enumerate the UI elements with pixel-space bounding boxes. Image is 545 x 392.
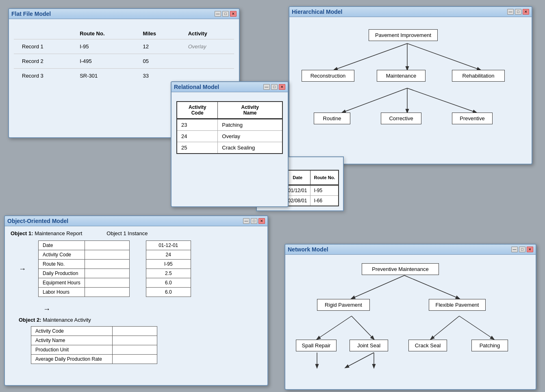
svg-line-8 xyxy=(317,316,352,339)
minimize-button[interactable]: — xyxy=(243,218,250,224)
close-button[interactable]: ✕ xyxy=(279,84,285,90)
hierarchical-titlebar: Hierarchical Model — □ ✕ xyxy=(289,7,532,17)
network-rigid-node: Rigid Pavement xyxy=(317,299,370,311)
tree-node-rehabilitation: Rehabilitation xyxy=(452,70,505,82)
maximize-button[interactable]: □ xyxy=(519,247,525,252)
table-row: 24 Overlay xyxy=(177,131,282,142)
obj1-instance-label: Object 1 Instance xyxy=(106,230,148,236)
key-col-route: Route No. xyxy=(310,170,339,185)
field-value-empty xyxy=(85,260,129,269)
rel-col-name: ActivityName xyxy=(218,102,282,119)
maximize-button[interactable]: □ xyxy=(515,9,521,15)
row-activity: Overlay xyxy=(180,39,234,54)
field-name: Daily Production xyxy=(39,269,85,278)
field-value-empty xyxy=(113,355,157,364)
rel-code: 25 xyxy=(177,142,218,154)
field-value-empty xyxy=(85,269,129,278)
tree-connectors-svg xyxy=(293,25,528,147)
relational-table: ActivityCode ActivityName 23 Patching 24… xyxy=(176,101,283,154)
svg-line-3 xyxy=(342,88,407,113)
row-activity xyxy=(180,69,234,83)
relational-titlebar: Relational Model — □ ✕ xyxy=(172,82,288,92)
tree-root-node: Pavement Improvement xyxy=(369,29,438,41)
obj2-arrow-container: → xyxy=(43,305,262,314)
flat-file-table: Route No. Miles Activity Record 1 I-95 1… xyxy=(14,28,234,83)
network-tree: Preventive Maintenance Rigid Pavement Fl… xyxy=(289,260,532,378)
minimize-button[interactable]: — xyxy=(511,247,518,252)
svg-line-0 xyxy=(334,43,407,70)
minimize-button[interactable]: — xyxy=(263,84,270,90)
table-row: Average Daily Production Rate xyxy=(31,355,157,364)
key-route: I-66 xyxy=(310,196,339,206)
table-row: 6.0 xyxy=(146,278,191,288)
close-button[interactable]: ✕ xyxy=(230,11,237,17)
table-row: Record 3 SR-301 33 xyxy=(14,69,234,83)
obj1-instance-table: 01-12-01 24 I-95 2.5 6.0 6.0 xyxy=(146,240,191,297)
obj2-section: → Object 2: Maintenance Activity Activit… xyxy=(11,305,262,364)
minimize-button[interactable]: — xyxy=(215,11,221,17)
table-row: Record 1 I-95 12 Overlay xyxy=(14,39,234,54)
field-name: Date xyxy=(39,241,85,250)
network-controls: — □ ✕ xyxy=(511,247,533,252)
maximize-button[interactable]: □ xyxy=(222,11,229,17)
svg-line-13 xyxy=(345,353,374,368)
table-row: 25 Crack Sealing xyxy=(177,142,282,154)
tree-node-routine: Routine xyxy=(314,113,350,124)
field-name: Labor Hours xyxy=(39,288,85,297)
close-button[interactable]: ✕ xyxy=(258,218,265,224)
field-name: Equipment Hours xyxy=(39,278,85,288)
table-row: Record 2 I-495 05 xyxy=(14,54,234,69)
row-route: SR-301 xyxy=(72,69,135,83)
svg-line-2 xyxy=(407,43,480,70)
hierarchical-window: Hierarchical Model — □ ✕ xyxy=(289,6,532,165)
hierarchical-title: Hierarchical Model xyxy=(292,9,343,15)
oo-window: Object-Oriented Model — □ ✕ Object 1: Ma… xyxy=(4,215,268,386)
field-value-empty xyxy=(85,278,129,288)
maximize-button[interactable]: □ xyxy=(251,218,257,224)
field-name: Average Daily Production Rate xyxy=(31,355,113,364)
minimize-button[interactable]: — xyxy=(507,9,514,15)
svg-line-10 xyxy=(431,316,459,339)
table-row: Production Unit xyxy=(31,345,157,355)
relational-title: Relational Model xyxy=(174,84,219,90)
table-row: Activity Code xyxy=(31,327,157,336)
obj2-fields-table: Activity Code Activity Name Production U… xyxy=(31,326,157,364)
field-name: Activity Name xyxy=(31,336,113,345)
field-value-empty xyxy=(113,336,157,345)
close-button[interactable]: ✕ xyxy=(527,247,533,252)
svg-line-7 xyxy=(404,275,459,299)
row-miles: 33 xyxy=(135,69,180,83)
arrow-right-icon: → xyxy=(43,305,50,314)
table-row: 01-12-01 xyxy=(146,241,191,250)
obj1-arrow-container: → xyxy=(19,265,26,273)
obj1-label: Object 1: xyxy=(11,230,33,236)
svg-line-11 xyxy=(459,316,494,339)
obj2-label-area: Object 2: Maintenance Activity xyxy=(19,317,262,323)
rel-col-code: ActivityCode xyxy=(177,102,218,119)
obj1-label-area: Object 1: Maintenance Report xyxy=(11,230,82,236)
flat-file-title: Flat File Model xyxy=(11,11,51,17)
col-route: Route No. xyxy=(72,28,135,39)
obj2-label: Object 2: xyxy=(19,317,41,323)
rel-name: Overlay xyxy=(218,131,282,142)
tree-node-reconstruction: Reconstruction xyxy=(302,70,354,82)
table-row: Activity Name xyxy=(31,336,157,345)
field-name: Production Unit xyxy=(31,345,113,355)
maximize-button[interactable]: □ xyxy=(271,84,278,90)
network-connectors-svg xyxy=(289,260,532,378)
instance-value: I-95 xyxy=(146,260,191,269)
close-button[interactable]: ✕ xyxy=(523,9,529,15)
rel-code: 23 xyxy=(177,119,218,131)
table-row: Labor Hours xyxy=(39,288,130,297)
row-miles: 05 xyxy=(135,54,180,69)
network-window: Network Model — □ ✕ xyxy=(284,244,536,390)
rel-name: Patching xyxy=(218,119,282,131)
relational-window: Relational Model — □ ✕ ActivityCode Acti… xyxy=(171,81,289,207)
network-content: Preventive Maintenance Rigid Pavement Fl… xyxy=(285,255,536,381)
network-titlebar: Network Model — □ ✕ xyxy=(285,245,536,255)
field-value-empty xyxy=(85,241,129,250)
obj1-name: Maintenance Report xyxy=(35,230,82,236)
table-row: 6.0 xyxy=(146,288,191,297)
relational-content: ActivityCode ActivityName 23 Patching 24… xyxy=(172,92,288,159)
field-name: Activity Code xyxy=(39,250,85,260)
